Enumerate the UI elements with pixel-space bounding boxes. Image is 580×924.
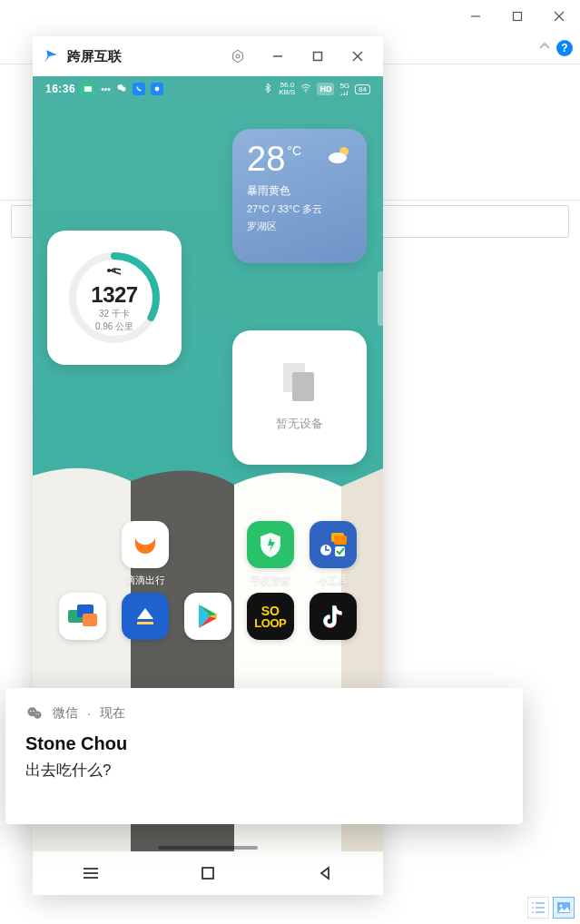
svg-rect-32 <box>202 868 213 879</box>
nav-back-button[interactable] <box>266 851 383 895</box>
outer-maximize-button[interactable] <box>496 0 538 33</box>
notif-time: 现在 <box>100 705 125 722</box>
steps-dist: 0.96 公里 <box>95 320 133 333</box>
app-label: 滴滴出行 <box>125 574 165 587</box>
list-view-button[interactable] <box>527 897 549 919</box>
svg-point-17 <box>329 152 347 163</box>
thumb-view-button[interactable] <box>553 897 575 919</box>
status-wifi-icon <box>300 83 311 95</box>
svg-point-20 <box>107 269 111 272</box>
nav-recents-button[interactable] <box>33 851 150 895</box>
walk-icon <box>108 263 121 282</box>
status-time: 16:36 <box>45 83 75 95</box>
weather-widget[interactable]: 28 °C 暴雨黄色 27°C / 33°C 多云 罗湖区 <box>232 129 367 263</box>
shield-icon <box>259 531 282 558</box>
svg-point-46 <box>560 905 563 908</box>
wechat-icon <box>25 704 44 722</box>
tiles-icon <box>66 603 99 630</box>
svg-point-13 <box>121 86 125 91</box>
svg-point-14 <box>154 87 159 92</box>
app-close-button[interactable] <box>341 36 374 76</box>
app-settings-button[interactable] <box>221 36 254 76</box>
app-logo-icon <box>42 47 60 65</box>
steps-count: 1327 <box>91 282 137 308</box>
app-phone-manager[interactable]: 手机管家 <box>240 521 300 587</box>
svg-point-15 <box>306 91 308 93</box>
svg-rect-27 <box>83 614 97 626</box>
app-titlebar: 跨屏互联 <box>33 36 383 76</box>
play-store-icon <box>195 603 221 630</box>
status-battery-icon: 84 <box>355 84 370 94</box>
steps-cal: 32 千卡 <box>99 308 130 320</box>
status-dots-icon: ••• <box>101 84 111 94</box>
soloop-top: SO <box>261 605 280 617</box>
app-widgets[interactable]: 小工具 <box>302 521 363 587</box>
view-toggle-group <box>527 897 575 919</box>
notif-sender: Stone Chou <box>25 733 503 754</box>
app-play-store[interactable] <box>178 593 239 640</box>
outer-minimize-button[interactable] <box>455 0 496 33</box>
app-launcher[interactable] <box>115 593 176 640</box>
status-app-badge-icon <box>151 83 163 95</box>
app-title: 跨屏互联 <box>67 48 122 65</box>
nav-home-button[interactable] <box>150 851 267 895</box>
app-soloop[interactable]: SO LOOP <box>240 593 300 640</box>
status-bluetooth-icon <box>262 83 273 95</box>
notif-message: 出去吃什么? <box>25 760 503 781</box>
svg-rect-28 <box>137 622 153 624</box>
svg-point-37 <box>35 713 36 714</box>
app-label: 小工具 <box>318 574 348 587</box>
douyin-icon <box>320 603 346 630</box>
app-douyin[interactable] <box>302 593 363 640</box>
device-widget[interactable]: 暂无设备 <box>232 330 367 465</box>
outer-close-button[interactable] <box>538 0 580 33</box>
weather-cloud-icon <box>327 145 352 169</box>
weather-district: 罗湖区 <box>247 220 352 233</box>
weather-degree-unit: °C <box>287 143 301 158</box>
svg-rect-11 <box>84 86 92 92</box>
app-tiles[interactable] <box>53 593 113 640</box>
weather-range: 27°C / 33°C 多云 <box>247 202 352 216</box>
help-button[interactable]: ? <box>556 40 573 56</box>
notif-sep: · <box>87 706 91 721</box>
soloop-bot: LOOP <box>254 617 286 629</box>
collapse-chevron-icon[interactable] <box>538 40 551 56</box>
svg-rect-1 <box>514 13 522 21</box>
notif-app-name: 微信 <box>53 705 78 722</box>
app-minimize-button[interactable] <box>261 36 294 76</box>
status-record-badge <box>81 83 95 95</box>
device-cards-icon <box>283 363 316 403</box>
svg-point-36 <box>33 711 34 713</box>
svg-marker-4 <box>44 50 56 62</box>
svg-point-35 <box>30 711 32 713</box>
svg-point-6 <box>236 54 240 58</box>
weather-alert: 暴雨黄色 <box>247 183 352 199</box>
weather-temp: 28 <box>247 142 285 176</box>
didi-icon <box>130 529 161 560</box>
status-5g-label: 5G <box>339 83 349 95</box>
scroll-indicator[interactable] <box>378 271 383 326</box>
outer-window-titlebar <box>0 0 580 33</box>
gesture-indicator[interactable] <box>158 846 258 850</box>
svg-rect-8 <box>314 53 322 61</box>
phone-nav-bar <box>33 851 383 895</box>
app-grid: 滴滴出行 手机管家 小工具 <box>33 521 383 640</box>
up-arrow-icon <box>133 605 157 628</box>
app-maximize-button[interactable] <box>301 36 334 76</box>
app-label: 手机管家 <box>251 574 290 587</box>
svg-marker-5 <box>233 50 243 62</box>
phone-status-bar: 16:36 ••• 56.0 <box>33 76 383 102</box>
svg-point-38 <box>38 713 39 714</box>
svg-point-34 <box>34 712 41 719</box>
outer-window-help-area: ? <box>538 40 573 56</box>
device-widget-label: 暂无设备 <box>276 416 323 432</box>
status-wechat-icon <box>116 83 127 96</box>
status-net-speed: 56.0 KB/S <box>279 82 295 96</box>
widgets-icon <box>318 529 349 560</box>
svg-rect-22 <box>334 536 347 545</box>
status-call-badge-icon <box>133 83 145 95</box>
steps-widget[interactable]: 1327 32 千卡 0.96 公里 <box>47 231 182 365</box>
app-didi[interactable]: 滴滴出行 <box>115 521 176 587</box>
notification-card[interactable]: 微信 · 现在 Stone Chou 出去吃什么? <box>5 688 523 824</box>
status-hd-badge: HD <box>317 83 334 95</box>
